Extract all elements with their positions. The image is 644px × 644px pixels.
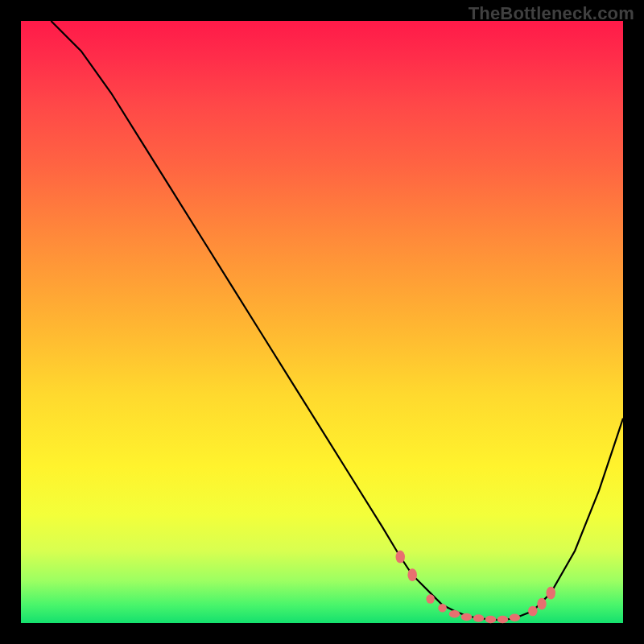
watermark-text: TheBottleneck.com bbox=[469, 3, 634, 24]
curve-marker bbox=[449, 610, 460, 617]
curve-marker bbox=[407, 568, 417, 581]
marker-group bbox=[395, 551, 555, 623]
chart-svg bbox=[21, 21, 623, 623]
curve-marker bbox=[485, 616, 497, 623]
curve-marker bbox=[497, 616, 509, 623]
chart-frame: TheBottleneck.com bbox=[0, 0, 644, 644]
curve-marker bbox=[461, 613, 473, 621]
curve-marker bbox=[510, 614, 521, 621]
curve-marker bbox=[528, 606, 538, 617]
curve-marker bbox=[473, 614, 485, 621]
curve-marker bbox=[438, 604, 446, 612]
plot-area bbox=[21, 21, 623, 623]
curve-marker bbox=[426, 594, 434, 604]
curve-marker bbox=[537, 598, 547, 610]
curve-marker bbox=[546, 587, 555, 600]
curve-line bbox=[51, 21, 623, 620]
curve-marker bbox=[395, 551, 405, 564]
